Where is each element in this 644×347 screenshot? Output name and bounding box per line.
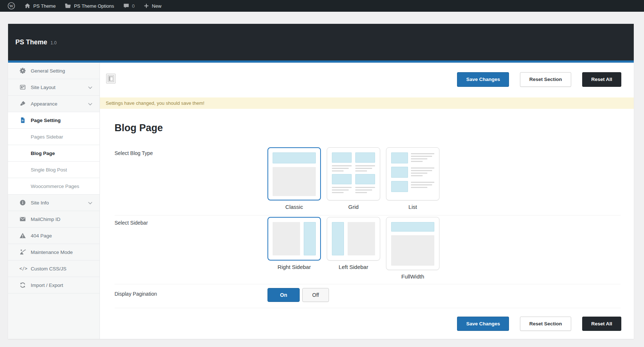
panel-title: PS Theme bbox=[15, 38, 47, 46]
folder-icon bbox=[64, 3, 71, 10]
option-label: Right Sidebar bbox=[267, 264, 321, 270]
envelope-icon bbox=[19, 216, 26, 222]
sidebar-item-label: MailChimp ID bbox=[31, 217, 60, 222]
reset-all-button[interactable]: Reset All bbox=[582, 317, 621, 331]
sidebar-item-woocommerce-pages[interactable]: Woocommerce Pages bbox=[8, 178, 100, 195]
wordpress-menu[interactable]: W bbox=[4, 0, 19, 12]
sidebar-item-site-layout[interactable]: Site Layout bbox=[8, 79, 100, 96]
option-right-sidebar[interactable]: Right Sidebar bbox=[267, 217, 321, 280]
field-label: Display Pagination bbox=[115, 288, 267, 297]
sidebar-item-blog-page[interactable]: Blog Page bbox=[8, 145, 100, 162]
theme-options-panel: PS Theme 1.0 General Setting Site Layout bbox=[8, 24, 634, 339]
sidebar-item-site-info[interactable]: Site Info bbox=[8, 195, 100, 211]
sidebar-item-404-page[interactable]: 404 Page bbox=[8, 228, 100, 244]
wordpress-logo-icon: W bbox=[7, 2, 15, 10]
sidebar-item-label: Page Setting bbox=[31, 118, 61, 123]
right-sidebar-preview bbox=[267, 217, 321, 261]
sidebar-item-appearance[interactable]: Appearance bbox=[8, 96, 100, 112]
sidebar-item-maintenance-mode[interactable]: Maintenance Mode bbox=[8, 244, 100, 261]
wp-admin-bar: W PS Theme PS Theme Options 0 New bbox=[0, 0, 644, 12]
brush-icon bbox=[19, 100, 26, 107]
admin-bar-site-label: PS Theme bbox=[33, 3, 56, 9]
document-icon bbox=[19, 117, 26, 123]
field-label: Select Blog Type bbox=[115, 147, 267, 210]
sidebar-item-pages-sidebar[interactable]: Pages Sidebar bbox=[8, 129, 100, 145]
save-changes-button[interactable]: Save Changes bbox=[457, 317, 509, 331]
option-label: List bbox=[386, 204, 439, 210]
content-toolbar: Save Changes Reset Section Reset All bbox=[100, 63, 634, 97]
option-fullwidth[interactable]: FullWidth bbox=[386, 217, 439, 280]
sidebar-item-label: Site Info bbox=[31, 200, 49, 206]
unsaved-changes-notice: Settings have changed, you should save t… bbox=[100, 97, 634, 109]
panel-version: 1.0 bbox=[50, 40, 57, 45]
bottom-toolbar: Save Changes Reset Section Reset All bbox=[100, 308, 634, 339]
sidebar-item-custom-css-js[interactable]: </> Custom CSS/JS bbox=[8, 261, 100, 277]
grid-preview bbox=[327, 147, 380, 200]
sidebar-item-label: Blog Page bbox=[31, 151, 55, 156]
classic-preview bbox=[267, 147, 321, 200]
pagination-toggle: On Off bbox=[267, 288, 329, 302]
page-title: Blog Page bbox=[115, 122, 621, 134]
sidebar-item-label: Site Layout bbox=[31, 85, 56, 90]
chevron-down-icon bbox=[88, 101, 92, 107]
chevron-down-icon bbox=[88, 200, 92, 206]
reset-section-button[interactable]: Reset Section bbox=[520, 72, 571, 87]
sidebar-item-label: Custom CSS/JS bbox=[31, 266, 67, 272]
field-select-blog-type: Select Blog Type Classic bbox=[115, 134, 621, 215]
layout-icon bbox=[19, 84, 26, 91]
code-icon: </> bbox=[19, 265, 26, 272]
sync-icon bbox=[19, 282, 26, 288]
plus-icon bbox=[143, 3, 149, 9]
option-label: Grid bbox=[327, 204, 380, 210]
sidebar-item-label: Woocommerce Pages bbox=[31, 184, 79, 189]
save-changes-button[interactable]: Save Changes bbox=[457, 72, 509, 87]
gear-icon bbox=[19, 67, 26, 74]
option-left-sidebar[interactable]: Left Sidebar bbox=[327, 217, 380, 280]
option-classic[interactable]: Classic bbox=[267, 147, 321, 210]
list-preview bbox=[386, 147, 439, 200]
svg-text:W: W bbox=[10, 4, 14, 8]
comment-count: 0 bbox=[132, 3, 135, 9]
info-icon bbox=[19, 199, 26, 206]
sidebar-item-label: Import / Export bbox=[31, 283, 63, 288]
left-sidebar-preview bbox=[327, 217, 380, 261]
admin-bar-theme-options[interactable]: PS Theme Options bbox=[61, 0, 118, 12]
option-grid[interactable]: Grid bbox=[327, 147, 380, 210]
settings-content: Save Changes Reset Section Reset All Set… bbox=[100, 63, 634, 339]
sidebar-item-import-export[interactable]: Import / Export bbox=[8, 277, 100, 294]
reset-all-button[interactable]: Reset All bbox=[582, 72, 621, 87]
sidebar-item-single-blog-post[interactable]: Single Blog Post bbox=[8, 162, 100, 178]
option-label: Classic bbox=[267, 204, 321, 210]
sidebar-item-page-setting[interactable]: Page Setting bbox=[8, 112, 100, 129]
home-icon bbox=[24, 3, 31, 9]
sidebar-item-label: Pages Sidebar bbox=[31, 134, 63, 140]
sidebar-item-general-setting[interactable]: General Setting bbox=[8, 63, 100, 79]
admin-bar-options-label: PS Theme Options bbox=[74, 3, 114, 9]
admin-bar-new-label: New bbox=[152, 3, 161, 9]
sidebar-item-label: Appearance bbox=[31, 101, 57, 107]
field-display-pagination: Display Pagination On Off bbox=[115, 284, 621, 308]
reset-section-button[interactable]: Reset Section bbox=[520, 317, 571, 331]
admin-bar-site-name[interactable]: PS Theme bbox=[20, 0, 59, 12]
notice-text: Settings have changed, you should save t… bbox=[106, 100, 205, 106]
chevron-down-icon bbox=[88, 85, 92, 90]
pagination-on-button[interactable]: On bbox=[267, 288, 300, 302]
option-label: Left Sidebar bbox=[327, 264, 380, 270]
warning-icon bbox=[19, 232, 26, 239]
sidebar-options: Right Sidebar Left Sidebar bbox=[267, 217, 439, 280]
admin-bar-new[interactable]: New bbox=[140, 0, 165, 12]
maintenance-icon bbox=[19, 249, 26, 255]
option-list[interactable]: List bbox=[386, 147, 439, 210]
comment-icon bbox=[123, 3, 130, 9]
sidebar-item-label: 404 Page bbox=[31, 233, 52, 239]
sidebar-item-label: General Setting bbox=[31, 68, 65, 74]
option-label: FullWidth bbox=[386, 273, 439, 280]
admin-bar-comments[interactable]: 0 bbox=[119, 0, 138, 12]
fullwidth-preview bbox=[386, 217, 439, 270]
sidebar-item-mailchimp-id[interactable]: MailChimp ID bbox=[8, 211, 100, 228]
pagination-off-button[interactable]: Off bbox=[302, 288, 329, 302]
layout-toggle-icon[interactable] bbox=[106, 74, 116, 84]
section-body: Blog Page Select Blog Type Classic bbox=[100, 109, 634, 308]
field-select-sidebar: Select Sidebar Right Sidebar bbox=[115, 215, 621, 284]
field-label: Select Sidebar bbox=[115, 217, 267, 280]
